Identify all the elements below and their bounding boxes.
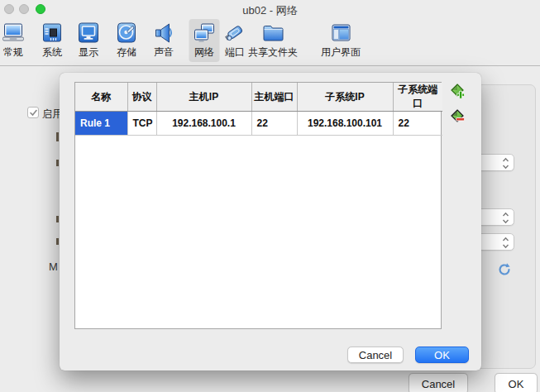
clipped-label-fragment bbox=[56, 238, 59, 245]
add-rule-icon bbox=[450, 84, 466, 100]
port-forwarding-table: 名称 协议 主机IP 主机端口 子系统IP 子系统端口 Rule 1 TCP 1… bbox=[75, 83, 442, 136]
enable-adapter-checkbox[interactable] bbox=[27, 107, 39, 118]
remove-rule-button[interactable] bbox=[450, 108, 466, 125]
cell-host-port[interactable]: 22 bbox=[251, 112, 297, 136]
audio-icon bbox=[153, 22, 175, 44]
ports-icon bbox=[224, 22, 246, 44]
toolbar-item-label: 常规 bbox=[3, 47, 23, 58]
cell-guest-ip[interactable]: 192.168.100.101 bbox=[297, 112, 393, 136]
toolbar-item-network[interactable]: 网络 bbox=[189, 19, 220, 62]
settings-ok-button[interactable]: OK bbox=[495, 373, 538, 392]
title-bar: ub02 - 网络 bbox=[0, 0, 540, 18]
shared-folders-icon bbox=[262, 22, 284, 44]
settings-toolbar: 常规 系统 显示 存储 声音 网络 端口 共享文件夹 用户界面 bbox=[0, 18, 540, 66]
cell-guest-port[interactable]: 22 bbox=[393, 112, 442, 136]
column-header-protocol[interactable]: 协议 bbox=[127, 83, 156, 112]
checkmark-icon bbox=[29, 108, 38, 117]
toolbar-item-label: 端口 bbox=[225, 47, 245, 58]
refresh-icon bbox=[497, 262, 512, 277]
clipped-label-fragment bbox=[56, 160, 59, 166]
mac-address-label-fragment: M bbox=[49, 261, 58, 273]
general-icon bbox=[2, 22, 25, 44]
toolbar-item-system[interactable]: 系统 bbox=[37, 19, 68, 62]
toolbar-item-audio[interactable]: 声音 bbox=[149, 19, 179, 62]
toolbar-item-label: 声音 bbox=[154, 47, 174, 58]
cell-host-ip[interactable]: 192.168.100.1 bbox=[156, 112, 251, 136]
network-icon bbox=[194, 22, 216, 44]
dialog-ok-button[interactable]: OK bbox=[415, 347, 469, 363]
column-header-name[interactable]: 名称 bbox=[75, 83, 127, 112]
storage-icon bbox=[116, 22, 138, 44]
toolbar-item-label: 存储 bbox=[117, 47, 136, 58]
table-header-row: 名称 协议 主机IP 主机端口 子系统IP 子系统端口 bbox=[75, 83, 442, 112]
port-forwarding-dialog: 名称 协议 主机IP 主机端口 子系统IP 子系统端口 Rule 1 TCP 1… bbox=[60, 73, 481, 370]
column-header-host-ip[interactable]: 主机IP bbox=[156, 83, 251, 112]
ui-icon bbox=[330, 22, 352, 44]
dialog-cancel-button[interactable]: Cancel bbox=[347, 347, 404, 363]
toolbar-item-label: 显示 bbox=[79, 47, 98, 58]
chevron-up-down-icon bbox=[502, 212, 509, 224]
settings-cancel-button[interactable]: Cancel bbox=[409, 373, 468, 392]
toolbar-item-general[interactable]: 常规 bbox=[0, 19, 29, 62]
toolbar-item-label: 用户界面 bbox=[321, 47, 361, 58]
remove-rule-icon bbox=[450, 108, 466, 125]
display-icon bbox=[78, 22, 100, 44]
window-title: ub02 - 网络 bbox=[0, 3, 540, 18]
chevron-up-down-icon bbox=[502, 157, 509, 170]
system-icon bbox=[41, 22, 64, 44]
virtualbox-settings-window: { "window": { "title": "ub02 - 网络" }, "t… bbox=[0, 0, 540, 392]
column-header-host-port[interactable]: 主机端口 bbox=[251, 83, 297, 112]
toolbar-item-user-interface[interactable]: 用户界面 bbox=[317, 19, 365, 62]
clipped-label-fragment bbox=[56, 216, 59, 222]
cell-protocol[interactable]: TCP bbox=[127, 112, 156, 136]
toolbar-item-label: 网络 bbox=[194, 47, 214, 58]
add-rule-button[interactable] bbox=[450, 84, 466, 100]
toolbar-item-shared-folders[interactable]: 共享文件夹 bbox=[244, 19, 302, 62]
column-header-guest-port[interactable]: 子系统端口 bbox=[393, 83, 442, 112]
toolbar-item-label: 系统 bbox=[42, 47, 62, 58]
table-row: Rule 1 TCP 192.168.100.1 22 192.168.100.… bbox=[75, 112, 442, 136]
column-header-guest-ip[interactable]: 子系统IP bbox=[297, 83, 393, 112]
chevron-up-down-icon bbox=[502, 237, 509, 249]
port-forwarding-table-box: 名称 协议 主机IP 主机端口 子系统IP 子系统端口 Rule 1 TCP 1… bbox=[74, 82, 442, 329]
clipped-label-fragment bbox=[56, 132, 59, 141]
toolbar-item-display[interactable]: 显示 bbox=[74, 19, 104, 62]
toolbar-item-storage[interactable]: 存储 bbox=[112, 19, 142, 62]
regenerate-mac-button[interactable] bbox=[497, 262, 512, 277]
toolbar-item-label: 共享文件夹 bbox=[248, 47, 298, 58]
cell-rule-name[interactable]: Rule 1 bbox=[75, 112, 127, 136]
